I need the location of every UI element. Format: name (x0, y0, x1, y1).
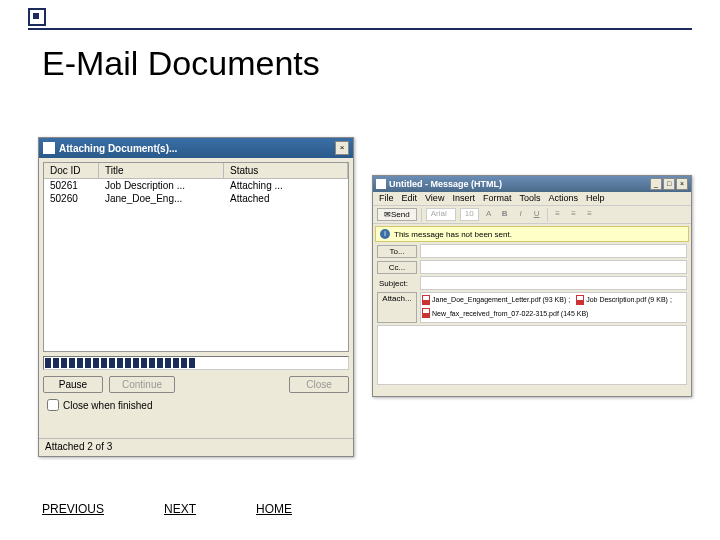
previous-link[interactable]: PREVIOUS (42, 502, 104, 516)
align-left-icon[interactable]: ≡ (552, 209, 564, 221)
slide-bullet-icon (28, 8, 46, 26)
font-combo[interactable]: Arial (426, 208, 456, 221)
menu-tools[interactable]: Tools (519, 193, 540, 204)
dialog-titlebar[interactable]: Attaching Document(s)... × (39, 138, 353, 158)
col-title[interactable]: Title (99, 163, 224, 178)
info-icon: i (380, 229, 390, 239)
message-window: Untitled - Message (HTML) _ □ × File Edi… (372, 175, 692, 397)
table-header: Doc ID Title Status (44, 163, 348, 179)
attach-button[interactable]: Attach... (377, 292, 417, 323)
message-title: Untitled - Message (HTML) (389, 179, 649, 189)
info-bar: i This message has not been sent. (375, 226, 689, 242)
minimize-icon[interactable]: _ (650, 178, 662, 190)
message-body[interactable] (377, 325, 687, 385)
status-bar: Attached 2 of 3 (39, 438, 353, 456)
documents-table: Doc ID Title Status 50261 Job Descriptio… (43, 162, 349, 352)
cell-id: 50261 (44, 179, 99, 192)
progress-fill (45, 358, 196, 368)
menu-help[interactable]: Help (586, 193, 605, 204)
dialog-title: Attaching Document(s)... (59, 143, 334, 154)
align-center-icon[interactable]: ≡ (568, 209, 580, 221)
attachment-item[interactable]: New_fax_received_from_07-022-315.pdf (14… (422, 308, 588, 319)
table-row[interactable]: 50261 Job Description ... Attaching ... (44, 179, 348, 192)
cc-field[interactable] (420, 260, 687, 274)
slide-divider (28, 28, 692, 30)
attachment-item[interactable]: Jane_Doe_Engagement_Letter.pdf (93 KB); (422, 294, 570, 305)
nav-links: PREVIOUS NEXT HOME (42, 502, 292, 516)
menubar: File Edit View Insert Format Tools Actio… (373, 192, 691, 206)
font-color-icon[interactable]: A (483, 209, 495, 221)
close-icon[interactable]: × (335, 141, 349, 155)
dialog-icon (43, 142, 55, 154)
table-row[interactable]: 50260 Jane_Doe_Eng... Attached (44, 192, 348, 205)
close-when-finished-label: Close when finished (63, 400, 153, 411)
progress-bar (43, 356, 349, 370)
subject-field[interactable] (420, 276, 687, 290)
next-link[interactable]: NEXT (164, 502, 196, 516)
menu-insert[interactable]: Insert (452, 193, 475, 204)
subject-label: Subject: (377, 278, 417, 289)
continue-button: Continue (109, 376, 175, 393)
mail-icon (376, 179, 386, 189)
bold-icon[interactable]: B (499, 209, 511, 221)
menu-edit[interactable]: Edit (402, 193, 418, 204)
size-combo[interactable]: 10 (460, 208, 479, 221)
cell-status: Attaching ... (224, 179, 348, 192)
close-when-finished-checkbox[interactable] (47, 399, 59, 411)
toolbar: ✉Send Arial 10 A B I U ≡ ≡ ≡ (373, 206, 691, 224)
home-link[interactable]: HOME (256, 502, 292, 516)
maximize-icon[interactable]: □ (663, 178, 675, 190)
col-doc-id[interactable]: Doc ID (44, 163, 99, 178)
info-text: This message has not been sent. (394, 230, 512, 239)
attaching-documents-dialog: Attaching Document(s)... × Doc ID Title … (38, 137, 354, 457)
message-titlebar[interactable]: Untitled - Message (HTML) _ □ × (373, 176, 691, 192)
attachment-item[interactable]: Job Description.pdf (9 KB); (576, 294, 672, 305)
align-right-icon[interactable]: ≡ (584, 209, 596, 221)
underline-icon[interactable]: U (531, 209, 543, 221)
menu-actions[interactable]: Actions (548, 193, 578, 204)
page-title: E-Mail Documents (42, 44, 320, 83)
cell-id: 50260 (44, 192, 99, 205)
menu-view[interactable]: View (425, 193, 444, 204)
close-icon[interactable]: × (676, 178, 688, 190)
italic-icon[interactable]: I (515, 209, 527, 221)
send-button[interactable]: ✉Send (377, 208, 417, 221)
cell-title: Job Description ... (99, 179, 224, 192)
to-field[interactable] (420, 244, 687, 258)
menu-file[interactable]: File (379, 193, 394, 204)
cc-button[interactable]: Cc... (377, 261, 417, 274)
menu-format[interactable]: Format (483, 193, 512, 204)
pause-button[interactable]: Pause (43, 376, 103, 393)
pdf-icon (422, 295, 430, 305)
to-button[interactable]: To... (377, 245, 417, 258)
close-button: Close (289, 376, 349, 393)
cell-title: Jane_Doe_Eng... (99, 192, 224, 205)
pdf-icon (422, 308, 430, 318)
col-status[interactable]: Status (224, 163, 348, 178)
cell-status: Attached (224, 192, 348, 205)
pdf-icon (576, 295, 584, 305)
attachments-box: Jane_Doe_Engagement_Letter.pdf (93 KB); … (420, 292, 687, 323)
